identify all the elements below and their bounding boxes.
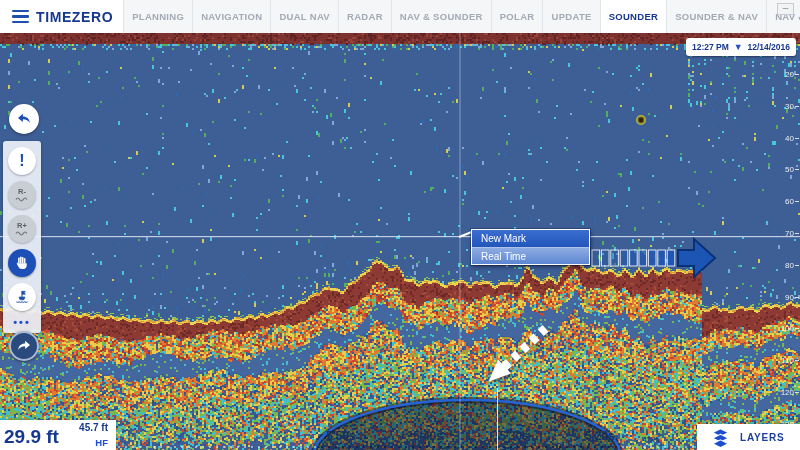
app-logo: TIMEZERO [0,0,123,33]
range-plus-button[interactable]: R+ [8,215,36,243]
chevron-down-icon[interactable]: ▼ [734,43,743,52]
layers-icon [711,428,730,447]
minimize-button[interactable]: – [777,3,794,15]
frequency-label: HF [95,437,108,448]
sounder-echogram[interactable] [0,33,800,450]
layers-label: LAYERS [740,432,784,443]
resume-scroll-button[interactable] [9,331,39,361]
sounder-tool-panel: ! R- R+ ••• [3,141,41,333]
workspace-tab[interactable]: NAV & SOUNDER [391,0,491,33]
workspace-tab[interactable]: POLAR [491,0,543,33]
hand-icon [14,255,30,271]
context-menu: New MarkReal Time [471,229,590,265]
pan-mode-button[interactable] [8,249,36,277]
undo-arrow-icon [15,110,33,128]
exclamation-icon: ! [19,152,24,170]
secondary-depth-value: 45.7 ft [79,422,108,433]
undo-button[interactable] [9,104,39,134]
clock-box: 12:27 PM ▼ 12/14/2016 [686,38,796,56]
workspace-tab[interactable]: NAVIGATION [192,0,270,33]
time-label: 12:27 PM [692,42,729,52]
wave-icon [15,230,29,236]
context-menu-item[interactable]: Real Time [472,247,589,264]
app-logo-text: TIMEZERO [36,9,113,25]
top-menu-bar: TIMEZERO PLANNINGNAVIGATIONDUAL NAVRADAR… [0,0,800,33]
wave-icon [15,196,29,202]
workspace-tab[interactable]: PLANNING [123,0,192,33]
hamburger-menu-icon[interactable] [12,10,29,24]
workspace-tabs: PLANNINGNAVIGATIONDUAL NAVRADARNAV & SOU… [123,0,800,33]
app-window: 2030405060708090100110120130 4'50s 5'50s… [0,0,800,450]
mark-button[interactable] [8,283,36,311]
forward-arrow-icon [15,337,33,355]
primary-depth-value: 29.9 ft [4,426,59,448]
workspace-tab[interactable]: RADAR [338,0,391,33]
workspace-tab[interactable]: SOUNDER [600,0,667,33]
context-menu-item[interactable]: New Mark [472,230,589,247]
buoy-flag-icon [14,289,30,305]
layers-button[interactable]: LAYERS [697,424,800,450]
workspace-tab[interactable]: SOUNDER & NAV [666,0,766,33]
workspace-tab[interactable]: UPDATE [542,0,599,33]
workspace-tab[interactable]: DUAL NAV [270,0,338,33]
date-label: 12/14/2016 [747,42,790,52]
depth-readout-panel: 29.9 ft 45.7 ft HF [0,420,116,450]
more-options-button[interactable]: ••• [13,317,31,328]
range-minus-button[interactable]: R- [8,181,36,209]
event-button[interactable]: ! [8,147,36,175]
